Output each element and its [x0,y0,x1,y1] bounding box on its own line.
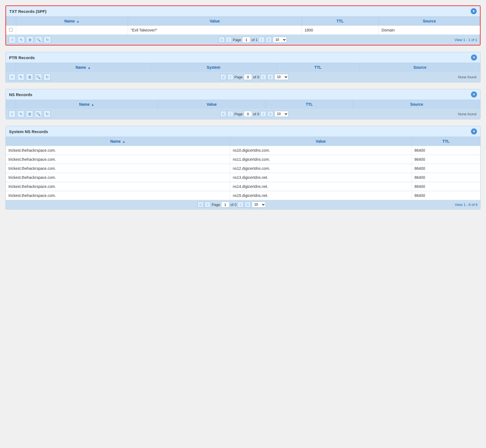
system-ns-records-header: System NS Records ▼ [6,126,480,137]
sysns-col-ttl: TTL [412,137,480,146]
txt-add-btn[interactable]: + [9,36,16,43]
txt-records-collapse-btn[interactable]: ▼ [471,8,477,14]
ptr-first-btn[interactable]: ⟨⟨ [220,74,226,80]
ns-last-btn[interactable]: ⟩⟩ [267,111,273,117]
sysns-row-value: ns11.digicertdns.com. [230,155,412,164]
txt-records-section: TXT Records (SPF) ▼ Name ▲ Value TTL Sou… [5,5,481,45]
sysns-name-sort-icon[interactable]: ▲ [122,140,125,143]
ns-col-source: Source [353,100,480,109]
ptr-records-title: PTR Records [9,55,35,60]
ns-first-btn[interactable]: ⟨⟨ [220,111,226,117]
txt-delete-btn[interactable]: 🗑 [26,36,33,43]
ns-col-checkbox [6,100,16,109]
sysns-row-ttl: 86400 [412,173,480,182]
txt-per-page-select[interactable]: 10 25 50 100 [273,37,287,43]
system-ns-records-section: System NS Records ▼ Name ▲ Value TTL tri… [5,126,481,209]
sysns-row-name: trickest.thehackrspace.com. [6,155,230,164]
ns-col-name: Name ▲ [16,100,158,109]
sysns-next-btn[interactable]: ⟩ [238,202,244,208]
table-row: trickest.thehackrspace.com. ns12.digicer… [6,164,480,173]
ptr-add-btn[interactable]: + [8,73,16,81]
table-row: "Evil Takeover!" 1800 Domain [6,26,480,35]
txt-next-btn[interactable]: ⟩ [259,37,265,43]
txt-row-value: "Evil Takeover!" [128,26,302,35]
ptr-name-sort-icon[interactable]: ▲ [88,66,91,69]
collapse-icon: ▼ [472,56,476,59]
name-sort-icon[interactable]: ▲ [76,20,79,23]
ns-page-label: Page [235,112,243,116]
txt-view-text: View 1 - 1 of 1 [455,38,477,42]
ns-view-text: None found [458,112,478,116]
ptr-edit-btn[interactable]: ✎ [17,73,24,81]
txt-col-ttl: TTL [302,17,378,26]
sysns-row-name: trickest.thehackrspace.com. [6,182,230,191]
sysns-row-name: trickest.thehackrspace.com. [6,146,230,155]
ptr-next-btn[interactable]: ⟩ [260,74,266,80]
txt-row-name [16,26,128,35]
ns-name-sort-icon[interactable]: ▲ [91,103,94,106]
ptr-per-page-select[interactable]: 10 25 50 100 [274,74,288,80]
table-row: trickest.thehackrspace.com. ns10.digicer… [6,146,480,155]
ptr-page-input[interactable] [244,74,252,80]
sysns-row-ttl: 86400 [412,155,480,164]
txt-page-input[interactable] [242,37,250,43]
ns-toolbar-left: + ✎ 🗑 🔍 ↻ [8,110,51,117]
ns-add-btn[interactable]: + [8,110,16,117]
sysns-page-input[interactable] [221,202,229,208]
system-ns-records-collapse-btn[interactable]: ▼ [471,128,477,134]
txt-col-source: Source [378,17,480,26]
txt-edit-btn[interactable]: ✎ [18,36,25,43]
ptr-toolbar-center: ⟨⟨ ⟨ Page of 0 ⟩ ⟩⟩ 10 25 50 100 [220,74,288,80]
ptr-of-label: of [253,75,256,79]
txt-first-btn[interactable]: ⟨⟨ [219,37,225,43]
row-checkbox[interactable] [9,28,13,31]
ns-refresh-btn[interactable]: ↻ [44,110,51,117]
ptr-records-header: PTR Records ▼ [6,52,480,63]
txt-records-table: Name ▲ Value TTL Source "Evil Takeover!"… [6,17,480,35]
txt-last-btn[interactable]: ⟩⟩ [266,37,272,43]
txt-row-source: Domain [378,26,480,35]
ptr-col-ttl: TTL [276,63,359,72]
sysns-row-value: ns13.digicertdns.net. [230,173,412,182]
ns-records-table: Name ▲ Value TTL Source [6,100,480,109]
sysns-prev-btn[interactable]: ⟨ [205,202,211,208]
txt-page-label: Page [233,38,241,42]
txt-col-checkbox [6,17,16,26]
txt-prev-btn[interactable]: ⟨ [226,37,232,43]
txt-refresh-btn[interactable]: ↻ [44,36,51,43]
ptr-col-system: System [151,63,276,72]
collapse-icon: ▼ [472,9,475,13]
ptr-refresh-btn[interactable]: ↻ [44,73,51,81]
txt-of-value: 1 [256,38,258,42]
ptr-search-btn[interactable]: 🔍 [35,73,42,81]
ptr-delete-btn[interactable]: 🗑 [26,73,33,81]
sysns-col-name: Name ▲ [6,137,230,146]
ns-per-page-select[interactable]: 10 25 50 100 [274,111,288,117]
ptr-last-btn[interactable]: ⟩⟩ [267,74,273,80]
ns-records-collapse-btn[interactable]: ▼ [471,91,477,97]
ns-next-btn[interactable]: ⟩ [260,111,266,117]
ptr-records-collapse-btn[interactable]: ▼ [471,54,477,61]
ptr-records-toolbar: + ✎ 🗑 🔍 ↻ ⟨⟨ ⟨ Page of 0 ⟩ ⟩⟩ 10 25 50 [6,72,480,82]
txt-of-label: of [251,38,254,42]
sysns-first-btn[interactable]: ⟨⟨ [198,202,204,208]
txt-search-btn[interactable]: 🔍 [35,36,42,43]
sysns-row-ttl: 86400 [412,164,480,173]
ns-page-input[interactable] [244,111,252,117]
ns-records-toolbar: + ✎ 🗑 🔍 ↻ ⟨⟨ ⟨ Page of 0 ⟩ ⟩⟩ 10 25 50 [6,109,480,119]
table-row: trickest.thehackrspace.com. ns13.digicer… [6,173,480,182]
ns-search-btn[interactable]: 🔍 [35,110,42,117]
ptr-col-name: Name ▲ [16,63,151,72]
sysns-per-page-select[interactable]: 10 25 50 100 [252,202,266,208]
ptr-prev-btn[interactable]: ⟨ [227,74,233,80]
txt-toolbar-center: ⟨⟨ ⟨ Page of 1 ⟩ ⟩⟩ 10 25 50 100 [219,37,287,43]
txt-col-name: Name ▲ [16,17,128,26]
system-ns-records-toolbar: ⟨⟨ ⟨ Page of 0 ⟩ ⟩⟩ 10 25 50 100 View 1 … [6,200,480,209]
collapse-icon: ▼ [472,130,476,133]
ns-edit-btn[interactable]: ✎ [17,110,24,117]
ns-delete-btn[interactable]: 🗑 [26,110,33,117]
sysns-row-value: ns12.digicertdns.com. [230,164,412,173]
sysns-last-btn[interactable]: ⟩⟩ [245,202,251,208]
ns-prev-btn[interactable]: ⟨ [227,111,233,117]
sysns-col-value: Value [230,137,412,146]
